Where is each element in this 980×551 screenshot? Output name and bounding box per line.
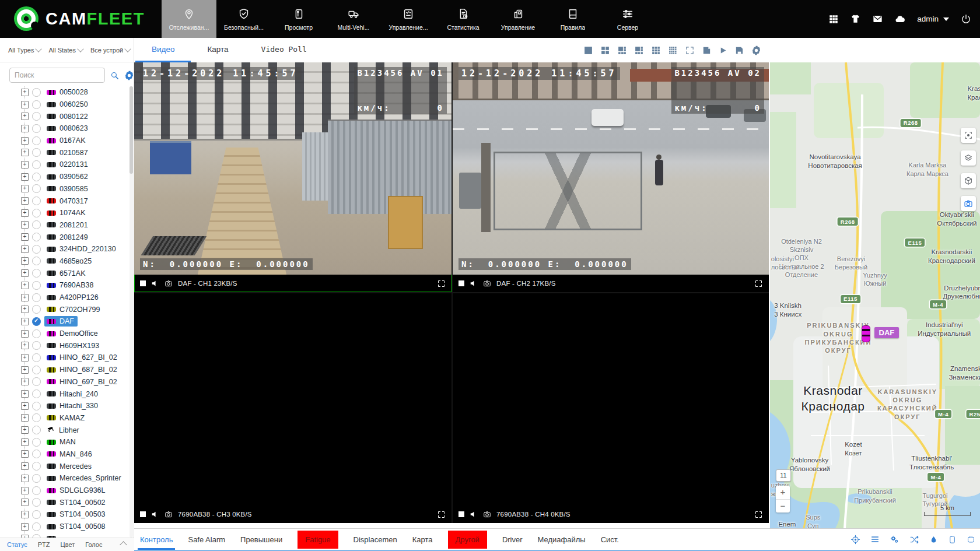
tree-item[interactable]: 0080623 <box>0 122 130 135</box>
panel-alt-icon[interactable] <box>967 535 975 544</box>
expand-icon[interactable] <box>754 510 763 519</box>
expand-toggle-icon[interactable] <box>21 330 29 338</box>
speaker-icon[interactable] <box>470 279 478 287</box>
expand-toggle-icon[interactable] <box>21 354 29 362</box>
device-checkbox[interactable] <box>32 389 41 398</box>
nav-item[interactable]: Сервер <box>600 0 655 38</box>
stop-icon[interactable] <box>459 280 464 286</box>
snapshot-icon[interactable] <box>164 279 173 287</box>
device-checkbox[interactable] <box>32 269 41 278</box>
layout-1-icon[interactable] <box>583 45 593 55</box>
tree-item[interactable]: Mercedes_Sprinter <box>0 472 130 485</box>
expand-toggle-icon[interactable] <box>21 161 29 169</box>
device-checkbox[interactable] <box>32 474 41 483</box>
device-checkbox[interactable] <box>32 353 41 362</box>
device-checkbox[interactable] <box>32 220 41 229</box>
shuffle-icon[interactable] <box>909 535 919 545</box>
tree-item[interactable]: 0210587 <box>0 146 130 159</box>
device-checkbox[interactable] <box>32 450 41 458</box>
sidebar-footer-tab[interactable]: Цвет <box>61 541 75 548</box>
tree-item[interactable]: 6571AK <box>0 267 130 279</box>
expand-toggle-icon[interactable] <box>21 523 29 531</box>
expand-toggle-icon[interactable] <box>21 366 29 374</box>
expand-icon[interactable] <box>754 279 763 288</box>
expand-toggle-icon[interactable] <box>21 257 29 265</box>
stop-icon[interactable] <box>140 511 146 517</box>
chevron-up-icon[interactable] <box>120 541 127 549</box>
map-control-button[interactable] <box>961 150 976 166</box>
tree-item[interactable]: 0080122 <box>0 110 130 122</box>
sidebar-footer-tab[interactable]: Статус <box>7 541 27 548</box>
expand-toggle-icon[interactable] <box>21 89 29 96</box>
device-checkbox[interactable] <box>32 257 41 265</box>
tree-item[interactable]: 2081201 <box>0 219 130 231</box>
device-checkbox[interactable] <box>32 173 41 181</box>
expand-toggle-icon[interactable] <box>21 294 29 301</box>
speaker-icon[interactable] <box>470 510 478 518</box>
save-view-icon[interactable] <box>702 45 712 55</box>
device-checkbox[interactable] <box>32 281 41 290</box>
stop-icon[interactable] <box>459 511 464 517</box>
tree-item[interactable]: H609HX193 <box>0 339 130 352</box>
device-checkbox[interactable] <box>32 317 41 326</box>
expand-toggle-icon[interactable] <box>21 306 29 313</box>
tree-item[interactable]: 0050028 <box>0 86 130 99</box>
tree-item[interactable]: Hitachi_330 <box>0 400 130 412</box>
panel-icon[interactable] <box>948 535 957 544</box>
snapshot-icon[interactable] <box>164 510 173 518</box>
device-checkbox[interactable] <box>32 124 41 133</box>
expand-toggle-icon[interactable] <box>21 101 29 108</box>
gears-icon[interactable] <box>890 535 900 545</box>
tree-item[interactable]: 1074AK <box>0 207 130 219</box>
device-checkbox[interactable] <box>32 522 41 531</box>
expand-toggle-icon[interactable] <box>21 221 29 229</box>
device-checkbox[interactable] <box>32 438 41 447</box>
device-checkbox[interactable] <box>32 148 41 157</box>
expand-toggle-icon[interactable] <box>21 137 29 145</box>
nav-item[interactable]: Multi-Vehi... <box>326 0 381 38</box>
expand-toggle-icon[interactable] <box>21 438 29 446</box>
bottom-tab[interactable]: Карта <box>412 535 433 544</box>
layout-16-icon[interactable] <box>668 45 678 55</box>
shirt-icon[interactable] <box>850 13 861 24</box>
layout-8-icon[interactable] <box>634 45 644 55</box>
expand-toggle-icon[interactable] <box>21 113 29 120</box>
settings-gear-icon[interactable] <box>751 45 761 55</box>
expand-toggle-icon[interactable] <box>21 390 29 398</box>
play-all-icon[interactable] <box>719 46 727 55</box>
expand-toggle-icon[interactable] <box>21 149 29 156</box>
drop-icon[interactable] <box>929 535 938 544</box>
expand-toggle-icon[interactable] <box>21 125 29 132</box>
device-checkbox[interactable] <box>32 160 41 169</box>
tree-item[interactable]: 0470317 <box>0 195 130 207</box>
tree-item[interactable]: SDLGLG936L <box>0 485 130 497</box>
device-checkbox[interactable] <box>32 377 41 386</box>
tree-item[interactable]: Libher <box>0 424 130 436</box>
expand-icon[interactable] <box>437 510 446 519</box>
filter-dropdown[interactable]: Все устрой <box>90 47 130 54</box>
expand-toggle-icon[interactable] <box>21 282 29 289</box>
device-checkbox[interactable] <box>32 209 41 217</box>
speaker-icon[interactable] <box>151 279 159 287</box>
stop-icon[interactable] <box>140 280 146 286</box>
export-view-icon[interactable] <box>734 45 744 55</box>
zoom-out-button[interactable]: − <box>776 500 790 513</box>
layout-4-icon[interactable] <box>600 45 610 55</box>
map-panel[interactable]: KrasnoselКрасносел NovotitarovskayaНовот… <box>770 62 980 528</box>
device-checkbox[interactable] <box>32 305 41 314</box>
snapshot-icon[interactable] <box>483 279 491 287</box>
nav-item[interactable]: Просмотр <box>271 0 326 38</box>
locate-icon[interactable] <box>850 535 860 545</box>
expand-toggle-icon[interactable] <box>21 475 29 482</box>
expand-toggle-icon[interactable] <box>21 462 29 470</box>
tree-item[interactable]: 4685во25 <box>0 255 130 268</box>
view-tab[interactable]: Видео <box>135 38 191 62</box>
expand-toggle-icon[interactable] <box>21 197 29 205</box>
tree-item[interactable]: ST104_00508 <box>0 521 130 533</box>
expand-toggle-icon[interactable] <box>21 318 29 325</box>
speaker-icon[interactable] <box>151 510 159 518</box>
tree-item[interactable]: 0390562 <box>0 171 130 183</box>
device-checkbox[interactable] <box>32 88 41 97</box>
device-checkbox[interactable] <box>32 112 41 121</box>
expand-toggle-icon[interactable] <box>21 450 29 458</box>
